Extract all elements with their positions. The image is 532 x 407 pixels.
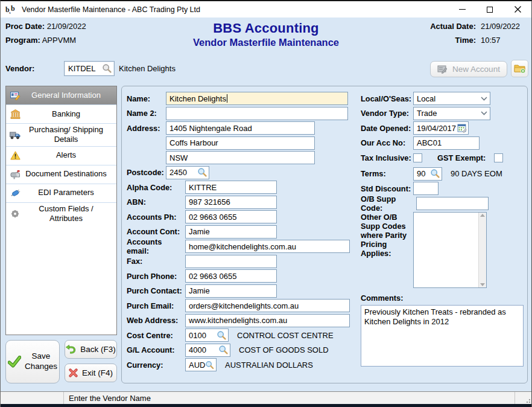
minimize-button[interactable]	[448, 1, 476, 18]
accounts-email-field[interactable]: home@kitchendelights.com.au	[185, 240, 350, 253]
vendor-name-text: Kitchen Delights	[119, 64, 176, 73]
vendor-type-select[interactable]: Trade	[413, 107, 490, 120]
header-right: Actual Date: 21/09/2022 Time: 10:57	[430, 22, 527, 45]
purch-phone-field[interactable]: 02 9663 0655	[185, 269, 277, 283]
std-discount-field[interactable]	[413, 182, 439, 195]
status-bar: Enter the Vendor Name	[1, 391, 531, 404]
maximize-button[interactable]	[476, 1, 504, 18]
local-oseas-select[interactable]: Local	[413, 92, 490, 105]
sidebar-item-custom-fields[interactable]: Custom Fields / Attributes	[6, 203, 116, 225]
calendar-icon[interactable]	[457, 124, 467, 133]
mailbox-icon	[8, 170, 22, 179]
local-oseas-label: Local/O'Seas:	[361, 94, 413, 103]
bbs-app-icon: b s b	[5, 4, 17, 15]
abn-label: ABN:	[127, 197, 185, 207]
sidebar-item-general-information[interactable]: General Information	[6, 86, 116, 105]
sidebar-item-banking[interactable]: Banking	[6, 105, 116, 124]
status-bar-cell	[515, 392, 531, 404]
open-account-folder-button[interactable]	[511, 60, 528, 77]
web-address-field[interactable]: www.kitchendelights.com.au	[185, 314, 350, 327]
address1-field[interactable]: 1405 Nightengale Road	[166, 121, 315, 135]
sidebar-item-label: EDI Parameters	[22, 188, 114, 197]
scroll-down-icon[interactable]	[480, 283, 485, 286]
close-button[interactable]	[504, 1, 531, 18]
save-changes-label: Save Changes	[25, 351, 58, 372]
our-acc-no-field[interactable]: ABC01	[413, 136, 480, 150]
purch-contact-label: Purch Contact:	[127, 286, 185, 295]
sidebar-item-edi-parameters[interactable]: EDI Parameters	[6, 184, 116, 203]
accounts-ph-label: Accounts Ph:	[127, 213, 185, 222]
back-button[interactable]: Back (F3)	[65, 340, 117, 359]
search-icon[interactable]	[205, 360, 215, 370]
search-icon[interactable]	[197, 167, 207, 178]
truck-icon	[8, 130, 22, 139]
gear-icon	[8, 209, 22, 219]
search-icon[interactable]	[430, 168, 440, 179]
resize-grip[interactable]	[524, 397, 530, 403]
search-icon[interactable]	[218, 345, 229, 355]
window-bottom-edge	[1, 404, 531, 407]
vendor-code-lookup[interactable]: KITDEL	[64, 61, 115, 76]
postcode-lookup-field[interactable]: 2450	[166, 166, 209, 179]
fax-field[interactable]	[185, 255, 277, 268]
currency-lookup-field[interactable]: AUD	[185, 358, 217, 371]
app-window: b s b Vendor Masterfile Maintenance - AB…	[0, 0, 532, 407]
tax-inclusive-checkbox[interactable]	[413, 153, 422, 162]
vendor-label: Vendor:	[5, 64, 34, 73]
cost-centre-lookup-field[interactable]: 0100	[185, 328, 229, 342]
tax-inclusive-label: Tax Inclusive:	[361, 153, 413, 162]
ob-supp-code-label: O/B Supp Code:	[361, 194, 416, 213]
accounts-ph-field[interactable]: 02 9663 0655	[185, 210, 277, 223]
currency-description: AUSTRALIAN DOLLARS	[225, 361, 313, 370]
maximize-icon	[487, 7, 493, 13]
purch-email-label: Purch Email:	[127, 301, 185, 310]
sidebar-item-document-destinations[interactable]: Document Destinations	[6, 165, 116, 184]
local-oseas-value: Local	[417, 94, 435, 103]
exit-button[interactable]: Exit (F4)	[65, 364, 117, 382]
address3-field[interactable]: NSW	[166, 151, 315, 164]
gst-exempt-checkbox[interactable]	[494, 153, 503, 162]
new-account-button[interactable]: New Account	[430, 61, 507, 77]
address2-field[interactable]: Coffs Harbour	[166, 136, 315, 150]
sidebar-item-alerts[interactable]: Alerts	[6, 147, 116, 165]
chevron-down-icon	[481, 97, 487, 101]
name-field[interactable]: Kitchen Delights	[166, 92, 348, 105]
gst-exempt-label: GST Exempt:	[437, 153, 486, 162]
vendor-type-value: Trade	[417, 109, 437, 118]
check-icon	[8, 356, 21, 368]
abn-field[interactable]: 987 321656	[185, 196, 277, 209]
name2-field[interactable]	[166, 107, 348, 120]
date-opened-label: Date Opened:	[361, 124, 413, 133]
status-message: Enter the Vendor Name	[64, 394, 515, 403]
date-opened-value: 19/04/2017	[417, 124, 456, 133]
ob-supp-code-field[interactable]	[416, 197, 489, 210]
account-cont-field[interactable]: Jamie	[185, 225, 277, 239]
sidebar-item-purchasing-shipping[interactable]: Purchasing/ Shipping Details	[6, 124, 116, 147]
sidebar-item-label: Custom Fields / Attributes	[22, 204, 114, 224]
vendor-code-value: KITDEL	[68, 64, 96, 73]
scroll-up-icon[interactable]	[480, 214, 485, 217]
purch-contact-field[interactable]: Jamie	[185, 284, 277, 298]
back-arrow-icon	[66, 345, 76, 354]
name-label: Name:	[127, 94, 166, 103]
alpha-code-label: Alpha Code:	[127, 183, 185, 192]
postcode-value: 2450	[169, 168, 187, 177]
alpha-code-field[interactable]: KITTRE	[185, 181, 277, 194]
terms-lookup-field[interactable]: 90	[413, 167, 442, 181]
sidebar-item-label: Alerts	[22, 150, 114, 160]
currency-value: AUD	[189, 361, 205, 370]
save-changes-button[interactable]: Save Changes	[5, 340, 60, 383]
purch-email-field[interactable]: orders@kitchendelights.com.au	[185, 299, 350, 312]
gl-account-lookup-field[interactable]: 4000	[185, 344, 230, 357]
comments-textarea[interactable]: Previously Kitchen Treats - rebranded as…	[361, 305, 524, 367]
date-opened-field[interactable]: 19/04/2017	[413, 121, 469, 135]
scrollbar[interactable]	[478, 213, 486, 287]
search-icon[interactable]	[102, 63, 112, 74]
sidebar-item-label: Purchasing/ Shipping Details	[22, 125, 114, 145]
exit-label: Exit (F4)	[82, 368, 113, 377]
terms-label: Terms:	[361, 169, 413, 178]
search-icon[interactable]	[217, 330, 227, 341]
back-label: Back (F3)	[80, 345, 116, 354]
other-ob-textarea[interactable]	[413, 212, 487, 288]
accounts-email-label: Accounts email:	[127, 237, 185, 255]
